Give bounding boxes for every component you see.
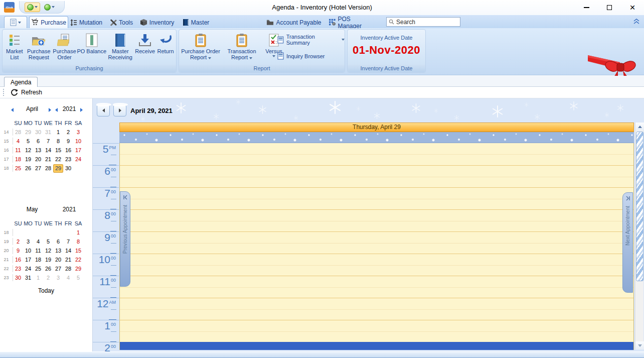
tab-pos-manager[interactable]: POS Manager (329, 17, 372, 28)
calendar-day[interactable]: 29 (73, 265, 83, 273)
calendar-day[interactable]: 15 (73, 247, 83, 255)
calendar-day[interactable]: 21 (63, 256, 73, 264)
calendar-day[interactable]: 6 (33, 137, 43, 146)
collapse-ribbon-icon[interactable] (633, 18, 639, 25)
prev-day-button[interactable] (97, 104, 110, 116)
time-slot[interactable] (120, 276, 633, 298)
calendar-day[interactable]: 4 (33, 237, 43, 246)
calendar-day[interactable]: 31 (23, 274, 33, 282)
calendar-day[interactable]: 11 (33, 247, 43, 255)
calendar-day[interactable]: 25 (33, 265, 43, 273)
calendar-day[interactable]: 30 (33, 128, 43, 137)
calendar-day[interactable]: 19 (23, 155, 33, 164)
calendar-day[interactable]: 23 (13, 265, 23, 273)
calendar-day[interactable]: 15 (53, 146, 63, 155)
selected-time-slot[interactable] (120, 342, 633, 350)
return-button[interactable]: Return (156, 31, 175, 65)
calendar-day[interactable]: 22 (73, 256, 83, 264)
calendar-day[interactable]: 19 (43, 256, 53, 264)
purchase-order-report-button[interactable]: Purchase Order Report (180, 31, 221, 65)
time-slot[interactable] (120, 298, 633, 320)
calendar-day[interactable]: 13 (53, 247, 63, 255)
calendar-day[interactable]: 4 (63, 274, 73, 282)
calendar-day[interactable]: 27 (53, 265, 63, 273)
qat-button-2[interactable] (42, 3, 57, 12)
calendar-day[interactable]: 4 (13, 137, 23, 146)
time-slot[interactable] (120, 231, 633, 254)
prev-month-arrow-icon[interactable] (11, 108, 14, 112)
close-button[interactable] (621, 0, 644, 15)
time-slot[interactable] (120, 254, 633, 276)
calendar-day[interactable]: 7 (43, 137, 53, 146)
calendar-day[interactable]: 17 (73, 146, 83, 155)
refresh-button[interactable]: Refresh (8, 88, 45, 97)
calendar-day[interactable]: 14 (43, 146, 53, 155)
calendar-day[interactable]: 29 (53, 164, 63, 173)
calendar-day[interactable]: 1 (73, 228, 83, 237)
tab-master[interactable]: Master (181, 17, 211, 28)
calendar-day[interactable]: 13 (33, 146, 43, 155)
calendar-day[interactable]: 3 (53, 274, 63, 282)
calendar-day[interactable]: 20 (53, 256, 63, 264)
next-year-arrow-icon[interactable] (80, 108, 83, 112)
purchase-request-button[interactable]: Purchase Request (26, 31, 52, 65)
transaction-summary-button[interactable]: Transaction Summary (277, 34, 345, 46)
calendar-day[interactable]: 5 (43, 237, 53, 246)
app-icon[interactable]: iStok (4, 2, 15, 13)
calendar-day[interactable]: 16 (63, 146, 73, 155)
tab-tools[interactable]: Tools (108, 17, 134, 28)
tab-agenda[interactable]: Agenda (4, 77, 38, 87)
prev-year-arrow-icon[interactable] (55, 108, 58, 112)
receive-button[interactable]: Receive (134, 31, 156, 65)
po-balance-button[interactable]: PO Balance (77, 31, 106, 65)
day-column-header[interactable]: Thursday, April 29 (119, 123, 634, 132)
calendar-day[interactable]: 18 (13, 155, 23, 164)
calendar-day[interactable]: 3 (23, 237, 33, 246)
calendar-day[interactable]: 20 (33, 155, 43, 164)
calendar-day[interactable]: 6 (53, 237, 63, 246)
calendar-day[interactable]: 1 (33, 274, 43, 282)
previous-appointment-tab[interactable]: Previous Appointment (120, 191, 130, 287)
calendar-day[interactable]: 26 (43, 265, 53, 273)
tab-mutation[interactable]: Mutation (70, 17, 102, 28)
calendar-day[interactable]: 7 (63, 237, 73, 246)
tab-account-payable[interactable]: Account Payable (266, 17, 322, 28)
transaction-report-button[interactable]: Transaction Report (225, 31, 258, 65)
calendar-day[interactable]: 2 (13, 237, 23, 246)
next-day-button[interactable] (113, 104, 126, 116)
calendar-day[interactable]: 24 (73, 155, 83, 164)
toolbar-grip[interactable] (3, 88, 5, 96)
calendar-day[interactable]: 18 (33, 256, 43, 264)
calendar-day[interactable]: 3 (73, 128, 83, 137)
file-menu-button[interactable] (4, 16, 27, 28)
time-slot[interactable] (120, 320, 633, 342)
scrollbar-thumb[interactable] (636, 132, 643, 281)
calendar-day[interactable]: 22 (53, 155, 63, 164)
calendar-day[interactable]: 23 (63, 155, 73, 164)
calendar-day[interactable]: 10 (23, 247, 33, 255)
scroll-up-button[interactable] (635, 123, 644, 131)
calendar-day[interactable]: 24 (23, 265, 33, 273)
calendar-day[interactable]: 1 (53, 128, 63, 137)
calendar-day[interactable]: 9 (13, 247, 23, 255)
calendar-day[interactable]: 2 (43, 274, 53, 282)
master-receiving-button[interactable]: Master Receiving (106, 31, 134, 65)
calendar-day[interactable]: 12 (23, 146, 33, 155)
calendar-day[interactable]: 14 (63, 247, 73, 255)
time-slot[interactable] (120, 187, 633, 209)
calendar-day[interactable]: 30 (13, 274, 23, 282)
calendar-day[interactable]: 2 (63, 128, 73, 137)
calendar-day[interactable]: 16 (13, 256, 23, 264)
calendar-day[interactable]: 30 (63, 164, 73, 173)
search-input[interactable] (396, 19, 451, 26)
time-slot[interactable] (120, 143, 633, 165)
calendar-day[interactable]: 17 (23, 256, 33, 264)
all-day-events-band[interactable] (119, 132, 634, 143)
minimize-button[interactable] (575, 0, 598, 15)
calendar-day[interactable]: 8 (73, 237, 83, 246)
next-month-arrow-icon[interactable] (49, 108, 51, 112)
tab-inventory[interactable]: Inventory (139, 17, 175, 28)
calendar-day[interactable]: 28 (63, 265, 73, 273)
purchase-order-button[interactable]: Purchase Order (52, 31, 77, 65)
calendar-day[interactable]: 25 (13, 164, 23, 173)
